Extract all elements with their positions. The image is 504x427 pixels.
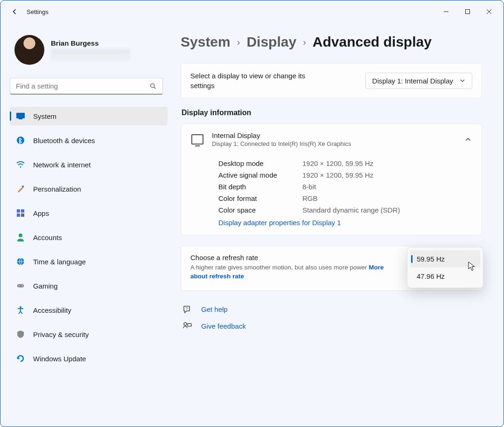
refresh-option[interactable]: 47.96 Hz — [410, 268, 480, 285]
svg-rect-14 — [21, 214, 24, 217]
get-help-row[interactable]: ? Get help — [181, 301, 482, 318]
refresh-option-selected[interactable]: 59.95 Hz — [410, 250, 480, 268]
svg-rect-24 — [188, 324, 191, 326]
select-display-card: Select a display to view or change its s… — [181, 63, 482, 98]
chevron-down-icon — [460, 78, 465, 83]
search-input[interactable] — [16, 82, 149, 90]
svg-rect-1 — [466, 10, 470, 14]
sidebar-item-label: Personalization — [33, 185, 81, 193]
back-icon[interactable] — [10, 7, 19, 16]
svg-point-20 — [22, 285, 23, 286]
sidebar-item-label: Apps — [33, 209, 49, 217]
avatar — [14, 35, 44, 65]
give-feedback-link[interactable]: Give feedback — [201, 322, 246, 330]
sidebar-item-windows-update[interactable]: Windows Update — [10, 349, 168, 368]
sidebar-item-label: Time & language — [33, 258, 86, 266]
sidebar-item-apps[interactable]: Apps — [10, 204, 168, 222]
sidebar-item-bluetooth[interactable]: Bluetooth & devices — [10, 131, 168, 150]
display-info-title: Internal Display — [212, 131, 456, 139]
svg-point-4 — [151, 83, 154, 87]
maximize-button[interactable] — [457, 4, 478, 20]
sidebar-item-label: Privacy & security — [33, 331, 89, 338]
sidebar-item-privacy[interactable]: Privacy & security — [10, 325, 168, 344]
title-bar: Settings — [0, 0, 504, 23]
breadcrumb-system[interactable]: System — [181, 34, 231, 50]
display-info-heading: Display information — [182, 109, 482, 117]
search-box[interactable] — [10, 78, 163, 95]
close-button[interactable] — [478, 4, 500, 20]
svg-rect-7 — [19, 118, 22, 119]
prop-row: Active signal mode1920 × 1200, 59.95 Hz — [218, 169, 471, 181]
sidebar-item-label: Accounts — [33, 234, 62, 241]
shield-icon — [16, 330, 25, 338]
sidebar-item-system[interactable]: System — [10, 107, 168, 125]
refresh-rate-menu: 59.95 Hz 47.96 Hz — [407, 247, 483, 288]
display-props: Desktop mode1920 × 1200, 59.95 Hz Active… — [181, 155, 482, 235]
chevron-up-icon — [465, 136, 471, 143]
svg-text:?: ? — [185, 306, 188, 311]
content-pane: System › Display › Advanced display Sele… — [173, 23, 504, 427]
globe-icon — [16, 257, 25, 266]
profile-block[interactable]: Brian Burgess — [10, 32, 168, 68]
prop-row: Color formatRGB — [218, 193, 471, 204]
select-display-dropdown[interactable]: Display 1: Internal Display — [365, 73, 472, 89]
adapter-properties-link[interactable]: Display adapter properties for Display 1 — [218, 219, 471, 227]
brush-icon — [16, 185, 25, 193]
sidebar-item-label: System — [33, 112, 56, 120]
sidebar-item-label: Accessibility — [33, 306, 71, 314]
svg-rect-10 — [21, 185, 24, 188]
sidebar-item-personalization[interactable]: Personalization — [10, 179, 168, 198]
sidebar-item-time-language[interactable]: Time & language — [10, 252, 168, 271]
minimize-button[interactable] — [435, 4, 457, 20]
sidebar-item-accounts[interactable]: Accounts — [10, 228, 168, 247]
svg-rect-13 — [17, 214, 20, 217]
prop-row: Desktop mode1920 × 1200, 59.95 Hz — [218, 158, 471, 169]
sidebar: Brian Burgess System Bluetooth & devices — [0, 23, 173, 427]
accessibility-icon — [16, 306, 25, 314]
svg-rect-11 — [17, 209, 20, 213]
sidebar-item-label: Gaming — [33, 282, 58, 290]
chevron-right-icon: › — [303, 37, 306, 48]
display-info-card: Internal Display Display 1: Connected to… — [181, 124, 482, 235]
breadcrumb-current: Advanced display — [313, 34, 432, 50]
svg-point-21 — [20, 306, 21, 308]
give-feedback-row[interactable]: Give feedback — [181, 318, 482, 335]
refresh-rate-card: Choose a refresh rate A higher rate give… — [181, 246, 482, 291]
system-icon — [16, 112, 25, 120]
sidebar-item-label: Network & internet — [33, 161, 91, 169]
help-icon: ? — [182, 305, 192, 314]
svg-rect-6 — [16, 113, 25, 118]
breadcrumb: System › Display › Advanced display — [181, 34, 482, 50]
select-display-value: Display 1: Internal Display — [372, 77, 453, 85]
display-info-subtitle: Display 1: Connected to Intel(R) Iris(R)… — [212, 140, 456, 147]
profile-sub-blur — [51, 49, 130, 61]
sidebar-item-network[interactable]: Network & internet — [10, 155, 168, 174]
svg-line-5 — [154, 87, 155, 89]
person-icon — [16, 233, 25, 241]
sidebar-item-gaming[interactable]: Gaming — [10, 276, 168, 295]
svg-point-15 — [19, 234, 22, 237]
nav-list: System Bluetooth & devices Network & int… — [10, 107, 168, 372]
breadcrumb-display[interactable]: Display — [246, 34, 296, 50]
search-icon — [149, 83, 157, 90]
svg-rect-12 — [21, 209, 24, 213]
update-icon — [16, 354, 25, 363]
svg-point-9 — [20, 166, 21, 168]
feedback-icon — [182, 322, 192, 331]
svg-rect-18 — [17, 284, 24, 287]
select-display-label: Select a display to view or change its s… — [190, 71, 326, 90]
sidebar-item-label: Bluetooth & devices — [33, 137, 95, 145]
monitor-icon — [191, 134, 203, 145]
profile-name: Brian Burgess — [51, 39, 130, 47]
display-info-header[interactable]: Internal Display Display 1: Connected to… — [181, 124, 482, 155]
prop-row: Color spaceStandard dynamic range (SDR) — [218, 204, 471, 216]
chevron-right-icon: › — [237, 37, 240, 48]
svg-point-23 — [184, 323, 187, 325]
svg-point-19 — [19, 285, 20, 286]
sidebar-item-accessibility[interactable]: Accessibility — [10, 301, 168, 319]
apps-icon — [16, 209, 25, 217]
bluetooth-icon — [16, 136, 25, 145]
window-title: Settings — [27, 8, 49, 15]
prop-row: Bit depth8-bit — [218, 181, 471, 193]
get-help-link[interactable]: Get help — [201, 305, 228, 313]
